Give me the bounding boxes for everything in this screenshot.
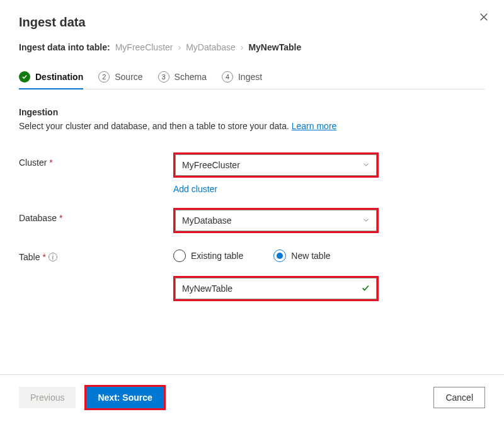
next-button[interactable]: Next: Source xyxy=(86,387,163,408)
wizard-tabs: Destination 2 Source 3 Schema 4 Ingest xyxy=(19,66,485,89)
chevron-right-icon: › xyxy=(241,42,244,52)
chevron-down-icon xyxy=(362,215,370,226)
database-field: MyDatabase xyxy=(173,208,379,233)
tab-label: Schema xyxy=(175,72,207,82)
radio-existing-table[interactable]: Existing table xyxy=(173,249,243,262)
step-number: 4 xyxy=(222,71,233,83)
cancel-button[interactable]: Cancel xyxy=(433,387,485,408)
database-select[interactable]: MyDatabase xyxy=(175,210,377,231)
table-name-value: MyNewTable xyxy=(182,284,232,294)
page-title: Ingest data xyxy=(19,15,485,30)
radio-label: Existing table xyxy=(191,251,243,261)
breadcrumb: Ingest data into table: MyFreeCluster › … xyxy=(19,42,485,52)
database-label: Database * xyxy=(19,208,173,223)
cluster-value: MyFreeCluster xyxy=(182,160,240,170)
close-icon xyxy=(479,13,488,23)
section-title: Ingestion xyxy=(19,107,485,117)
table-label: Table * i xyxy=(19,247,173,262)
database-row: Database * MyDatabase xyxy=(19,208,485,233)
chevron-right-icon: › xyxy=(178,42,181,52)
radio-label: New table xyxy=(291,251,330,261)
breadcrumb-label: Ingest data into table: xyxy=(19,42,110,52)
breadcrumb-item-database: MyDatabase xyxy=(186,42,236,52)
info-icon[interactable]: i xyxy=(49,253,57,261)
highlight-cluster: MyFreeCluster xyxy=(173,152,379,178)
cluster-field: MyFreeCluster Add cluster xyxy=(173,152,379,194)
tab-label: Ingest xyxy=(238,72,262,82)
tab-label: Source xyxy=(115,72,142,82)
table-radio-group: Existing table New table xyxy=(173,247,379,262)
highlight-next: Next: Source xyxy=(84,385,165,410)
radio-icon-selected xyxy=(273,249,286,262)
tab-source[interactable]: 2 Source xyxy=(98,66,142,89)
ingest-data-panel: Ingest data Ingest data into table: MyFr… xyxy=(0,0,504,424)
table-row: Table * i Existing table New table M xyxy=(19,247,485,301)
previous-button: Previous xyxy=(19,387,76,408)
cluster-label: Cluster * xyxy=(19,152,173,168)
required-asterisk: * xyxy=(42,252,45,262)
close-button[interactable] xyxy=(478,11,490,24)
check-circle-icon xyxy=(19,71,30,83)
tab-label: Destination xyxy=(35,72,83,82)
breadcrumb-item-table: MyNewTable xyxy=(248,42,301,52)
highlight-database: MyDatabase xyxy=(173,208,379,233)
chevron-down-icon xyxy=(362,160,370,170)
step-number: 3 xyxy=(158,71,169,83)
add-cluster-link[interactable]: Add cluster xyxy=(173,184,217,194)
learn-more-link[interactable]: Learn more xyxy=(292,121,337,131)
radio-new-table[interactable]: New table xyxy=(273,249,330,262)
cluster-select[interactable]: MyFreeCluster xyxy=(175,154,377,176)
step-number: 2 xyxy=(98,71,110,83)
cluster-row: Cluster * MyFreeCluster Add cluster xyxy=(19,152,485,194)
database-value: MyDatabase xyxy=(182,215,232,226)
checkmark-icon xyxy=(361,284,370,294)
tab-schema[interactable]: 3 Schema xyxy=(158,66,207,89)
required-asterisk: * xyxy=(49,158,52,168)
breadcrumb-item-cluster: MyFreeCluster xyxy=(115,42,173,52)
required-asterisk: * xyxy=(59,213,62,223)
highlight-table-input: MyNewTable xyxy=(173,276,379,301)
section-description: Select your cluster and database, and th… xyxy=(19,121,485,131)
radio-icon xyxy=(173,249,186,262)
table-field: Existing table New table MyNewTable xyxy=(173,247,379,301)
table-name-input[interactable]: MyNewTable xyxy=(175,278,377,299)
footer-actions: Previous Next: Source Cancel xyxy=(0,374,504,424)
tab-destination[interactable]: Destination xyxy=(19,66,83,89)
tab-ingest[interactable]: 4 Ingest xyxy=(222,66,262,89)
